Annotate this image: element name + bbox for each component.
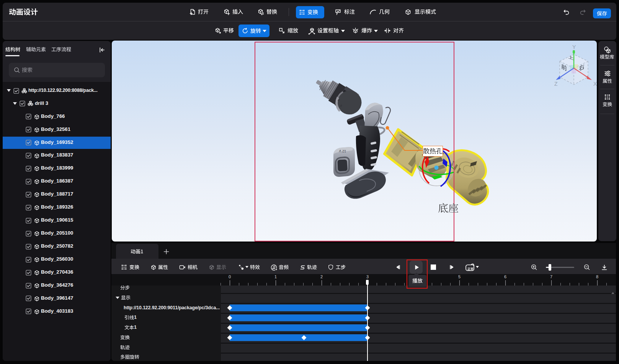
svg-text:X: X (593, 81, 597, 87)
svg-text:Y: Y (572, 44, 576, 50)
svg-text:Z: Z (554, 81, 558, 87)
